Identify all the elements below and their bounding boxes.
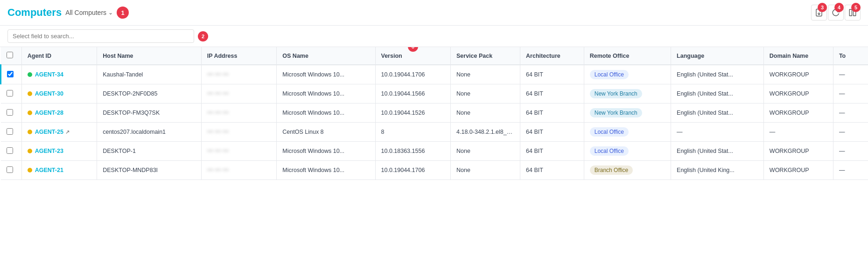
remote-office-cell: Local Office (584, 65, 671, 84)
version-cell: 10.0.19044.1706 (375, 65, 451, 84)
domain-cell: WORKGROUP (763, 65, 833, 84)
remote-office-cell: New York Branch (584, 103, 671, 123)
status-dot (28, 72, 32, 77)
agent-id-cell: AGENT-23 (21, 142, 97, 161)
row-checkbox[interactable] (7, 90, 13, 97)
row-checkbox[interactable] (7, 128, 13, 135)
version-cell: 10.0.19044.1526 (375, 103, 451, 123)
table-row: AGENT-28 DESKTOP-FM3Q7SK ••• ••• ••• Mic… (1, 103, 868, 123)
hostname-cell: DESKTOP-1 (97, 142, 202, 161)
version-cell: 8 (375, 123, 451, 142)
domain-cell: WORKGROUP (763, 103, 833, 123)
os-cell: CentOS Linux 8 (277, 123, 375, 142)
svg-rect-1 (849, 9, 852, 16)
language-cell: English (United Stat... (671, 142, 764, 161)
architecture-cell: 64 BIT (520, 103, 584, 123)
badge-4: 4 (834, 3, 844, 12)
to-cell: — (833, 84, 868, 103)
row-checkbox[interactable] (7, 71, 14, 77)
row-checkbox[interactable] (7, 147, 13, 154)
row-checkbox-cell (1, 65, 22, 84)
agent-link[interactable]: AGENT-21 (35, 167, 63, 173)
col-header-os: OS Name (277, 47, 375, 65)
remote-office-badge: Branch Office (590, 165, 633, 175)
table-row: AGENT-21 DESKTOP-MNDP83I ••• ••• ••• Mic… (1, 161, 868, 180)
architecture-cell: 64 BIT (520, 161, 584, 180)
agent-id-cell: AGENT-34 (21, 65, 97, 84)
row-checkbox[interactable] (7, 109, 13, 116)
agent-link[interactable]: AGENT-28 (35, 110, 63, 116)
row-checkbox-cell (1, 84, 22, 103)
badge-6: 6 (408, 47, 418, 52)
servicepack-cell: None (451, 84, 520, 103)
ip-cell: ••• ••• ••• (201, 84, 277, 103)
agent-id-cell: AGENT-28 (21, 103, 97, 123)
row-checkbox-cell (1, 123, 22, 142)
language-cell: English (United Stat... (671, 65, 764, 84)
ip-cell: ••• ••• ••• (201, 103, 277, 123)
search-input[interactable] (7, 29, 194, 43)
table-row: AGENT-34 Kaushal-Tandel ••• ••• ••• Micr… (1, 65, 868, 84)
filter-dropdown[interactable]: All Computers ⌄ (65, 9, 113, 16)
servicepack-cell: None (451, 65, 520, 84)
row-checkbox-cell (1, 142, 22, 161)
servicepack-cell: None (451, 161, 520, 180)
ip-cell: ••• ••• ••• (201, 161, 277, 180)
badge-2: 2 (198, 31, 208, 41)
version-cell: 10.0.19044.1566 (375, 84, 451, 103)
to-cell: — (833, 161, 868, 180)
col-header-servicepack: Service Pack (451, 47, 520, 65)
filter-label: All Computers (65, 9, 106, 16)
row-checkbox[interactable] (7, 166, 13, 173)
status-dot (28, 91, 32, 96)
chevron-down-icon: ⌄ (108, 9, 113, 16)
to-cell: — (833, 65, 868, 84)
language-cell: English (United Stat... (671, 84, 764, 103)
remote-office-badge: Local Office (590, 146, 629, 156)
to-cell: — (833, 142, 868, 161)
to-cell: — (833, 123, 868, 142)
remote-office-badge: New York Branch (590, 108, 642, 117)
col-header-check (1, 47, 22, 65)
servicepack-cell: None (451, 103, 520, 123)
remote-office-badge: Local Office (590, 70, 629, 79)
version-cell: 10.0.19044.1706 (375, 161, 451, 180)
agent-id-cell: AGENT-30 (21, 84, 97, 103)
header-actions: 3 4 5 (811, 5, 861, 21)
select-all-checkbox[interactable] (7, 52, 13, 58)
computers-table: Agent ID Host Name IP Address OS Name Ve… (0, 47, 868, 180)
ip-cell: ••• ••• ••• (201, 123, 277, 142)
language-cell: English (United Stat... (671, 103, 764, 123)
col-header-remote-office: Remote Office (584, 47, 671, 65)
to-cell: — (833, 103, 868, 123)
architecture-cell: 64 BIT (520, 142, 584, 161)
language-cell: — (671, 123, 764, 142)
hostname-cell: DESKTOP-MNDP83I (97, 161, 202, 180)
hostname-cell: Kaushal-Tandel (97, 65, 202, 84)
status-dot (28, 130, 32, 134)
status-dot (28, 168, 32, 172)
badge-5: 5 (851, 3, 861, 12)
col-header-to: To (833, 47, 868, 65)
agent-link[interactable]: AGENT-30 (35, 90, 63, 97)
badge-1: 1 (117, 7, 129, 19)
hostname-cell: DESKTOP-2NF0D85 (97, 84, 202, 103)
domain-cell: — (763, 123, 833, 142)
agent-link[interactable]: AGENT-23 (35, 148, 63, 154)
agent-id-cell: AGENT-25↗ (21, 123, 97, 142)
col-header-version: Version 6 (375, 47, 451, 65)
col-header-architecture: Architecture (520, 47, 584, 65)
architecture-cell: 64 BIT (520, 123, 584, 142)
row-checkbox-cell (1, 161, 22, 180)
architecture-cell: 64 BIT (520, 65, 584, 84)
agent-link[interactable]: AGENT-25↗ (35, 129, 70, 135)
remote-office-cell: New York Branch (584, 84, 671, 103)
remote-office-cell: Branch Office (584, 161, 671, 180)
agent-link[interactable]: AGENT-34 (35, 71, 63, 78)
col-header-agent-id: Agent ID (21, 47, 97, 65)
domain-cell: WORKGROUP (763, 142, 833, 161)
page-title: Computers (7, 7, 62, 19)
status-dot (28, 110, 32, 115)
os-cell: Microsoft Windows 10... (277, 161, 375, 180)
hostname-cell: centos207.localdomain1 (97, 123, 202, 142)
